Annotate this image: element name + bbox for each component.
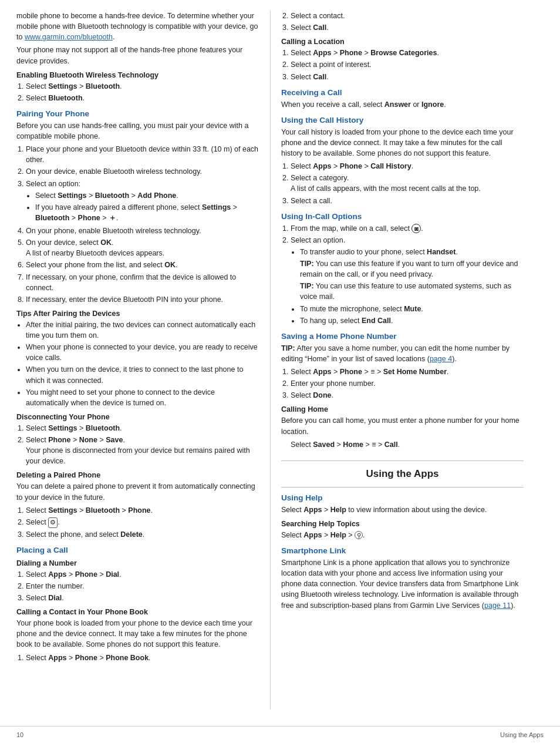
right-column: Select a contact. Select Call. Calling a… xyxy=(270,11,540,710)
saving-home-number-heading: Saving a Home Phone Number xyxy=(281,332,524,341)
list-item: You might need to set your phone to conn… xyxy=(26,387,259,408)
using-apps-heading: Using the Apps xyxy=(366,468,438,479)
list-item: After the initial pairing, the two devic… xyxy=(26,320,259,341)
list-item: Select Apps > Phone > Dial. xyxy=(26,569,259,580)
list-item: Select Dial. xyxy=(26,593,259,603)
pairing-intro: Before you can use hands-free calling, y… xyxy=(16,120,259,142)
intro-text: mobile phone to become a hands-free devi… xyxy=(16,11,259,42)
list-item: If you have already paired a different p… xyxy=(35,202,259,223)
list-item: Select the phone, and select Delete. xyxy=(26,529,259,540)
calling-location-steps: Select Apps > Phone > Browse Categories.… xyxy=(291,48,524,82)
searching-help-heading: Searching Help Topics xyxy=(281,520,524,528)
in-call-options: To transfer audio to your phone, select … xyxy=(300,247,524,326)
list-item: Select Apps > Phone > Phone Book. xyxy=(26,653,259,663)
list-item: Select Done. xyxy=(291,390,524,401)
page-number: 10 xyxy=(16,731,23,738)
tips-pairing-heading: Tips After Pairing the Devices xyxy=(16,310,259,318)
calling-home-heading: Calling Home xyxy=(281,405,524,413)
list-item: Select Settings > Bluetooth. xyxy=(26,81,259,92)
saving-home-steps: Select Apps > Phone > ≡ > Set Home Numbe… xyxy=(291,367,524,401)
dialing-steps: Select Apps > Phone > Dial. Enter the nu… xyxy=(26,569,259,603)
list-item: To hang up, select End Call. xyxy=(300,315,524,326)
in-call-options-heading: Using In-Call Options xyxy=(281,212,524,221)
dialing-number-heading: Dialing a Number xyxy=(16,559,259,567)
list-item: To transfer audio to your phone, select … xyxy=(300,247,524,302)
left-column: mobile phone to become a hands-free devi… xyxy=(0,11,270,710)
call-history-heading: Using the Call History xyxy=(281,116,524,125)
list-item: On your device, select OK. A list of nea… xyxy=(26,237,259,258)
using-help-heading: Using Help xyxy=(281,493,524,502)
deleting-intro: You can delete a paired phone to prevent… xyxy=(16,481,259,502)
list-item: From the map, while on a call, select ◙. xyxy=(291,223,524,234)
calling-contact-intro: Your phone book is loaded from your phon… xyxy=(16,618,259,650)
searching-help-text: Select Apps > Help > ⚲. xyxy=(281,530,524,540)
smartphone-link-heading: Smartphone Link xyxy=(281,546,524,555)
receiving-call-heading: Receiving a Call xyxy=(281,88,524,97)
list-item: Select a call. xyxy=(291,196,524,206)
list-item: Select Phone > None > Save. Your phone i… xyxy=(26,435,259,466)
page-footer: 10 Using the Apps xyxy=(0,726,560,743)
in-call-steps: From the map, while on a call, select ◙.… xyxy=(291,223,524,326)
list-item: On your phone, enable Bluetooth wireless… xyxy=(26,226,259,236)
pairing-phone-heading: Pairing Your Phone xyxy=(16,109,259,118)
list-item: Select Call. xyxy=(291,22,524,33)
list-item: Enter your phone number. xyxy=(291,378,524,389)
list-item: Select your phone from the list, and sel… xyxy=(26,260,259,270)
call-history-intro: Your call history is loaded from your ph… xyxy=(281,127,524,159)
list-item: Select an option: Select Settings > Blue… xyxy=(26,179,259,224)
calling-contact-heading: Calling a Contact in Your Phone Book xyxy=(16,608,259,616)
deleting-phone-heading: Deleting a Paired Phone xyxy=(16,471,259,479)
smartphone-link-text: Smartphone Link is a phone application t… xyxy=(281,557,524,611)
intro-text-2: Your phone may not support all of the ha… xyxy=(16,45,259,66)
receiving-call-text: When you receive a call, select Answer o… xyxy=(281,99,524,110)
list-item: Select Apps > Phone > ≡ > Set Home Numbe… xyxy=(291,367,524,377)
pairing-options: Select Settings > Bluetooth > Add Phone.… xyxy=(35,190,259,223)
list-item: Select Settings > Bluetooth > Phone. xyxy=(26,505,259,516)
list-item: Select a point of interest. xyxy=(291,59,524,70)
list-item: Select Settings > Bluetooth > Add Phone. xyxy=(35,190,259,201)
calling-home-intro: Before you can call home, you must enter… xyxy=(281,415,524,436)
list-item: Place your phone and your Bluetooth devi… xyxy=(26,144,259,165)
calling-contact-steps-cont: Select a contact. Select Call. xyxy=(291,11,524,33)
list-item: Select an option. To transfer audio to y… xyxy=(291,235,524,326)
disconnecting-heading: Disconnecting Your Phone xyxy=(16,413,259,421)
tips-list: After the initial pairing, the two devic… xyxy=(26,320,259,408)
list-item: On your device, enable Bluetooth wireles… xyxy=(26,166,259,177)
enabling-bluetooth-steps: Select Settings > Bluetooth. Select Blue… xyxy=(26,81,259,103)
list-item: Enter the number. xyxy=(26,581,259,591)
call-history-steps: Select Apps > Phone > Call History. Sele… xyxy=(291,161,524,206)
placing-call-heading: Placing a Call xyxy=(16,546,259,554)
pairing-steps: Place your phone and your Bluetooth devi… xyxy=(26,144,259,305)
list-item: Select a contact. xyxy=(291,11,524,21)
list-item: Select Bluetooth. xyxy=(26,93,259,103)
enabling-bluetooth-heading: Enabling Bluetooth Wireless Technology xyxy=(16,71,259,79)
deleting-steps: Select Settings > Bluetooth > Phone. Sel… xyxy=(26,505,259,540)
garmin-link[interactable]: www.garmin.com/bluetooth xyxy=(25,33,113,41)
list-item: If necessary, on your phone, confirm tha… xyxy=(26,272,259,293)
disconnecting-steps: Select Settings > Bluetooth. Select Phon… xyxy=(26,423,259,467)
list-item: If necessary, enter the device Bluetooth… xyxy=(26,294,259,305)
calling-location-heading: Calling a Location xyxy=(281,38,524,46)
list-item: Select Apps > Phone > Call History. xyxy=(291,161,524,172)
list-item: Select Apps > Phone > Browse Categories. xyxy=(291,48,524,58)
list-item: Select Call. xyxy=(291,72,524,82)
list-item: Select a category. A list of calls appea… xyxy=(291,173,524,194)
calling-home-instruction: Select Saved > Home > ≡ > Call. xyxy=(291,439,524,450)
using-help-text: Select Apps > Help to view information a… xyxy=(281,505,524,515)
list-item: When your phone is connected to your dev… xyxy=(26,342,259,363)
list-item: Select Settings > Bluetooth. xyxy=(26,423,259,433)
footer-section: Using the Apps xyxy=(500,731,544,738)
list-item: When you turn on the device, it tries to… xyxy=(26,364,259,385)
saving-home-tip: TIP: After you save a home number, you c… xyxy=(281,343,524,364)
list-item: Select ⚙. xyxy=(26,517,259,528)
list-item: To mute the microphone, select Mute. xyxy=(300,304,524,314)
calling-contact-steps: Select Apps > Phone > Phone Book. xyxy=(26,653,259,663)
